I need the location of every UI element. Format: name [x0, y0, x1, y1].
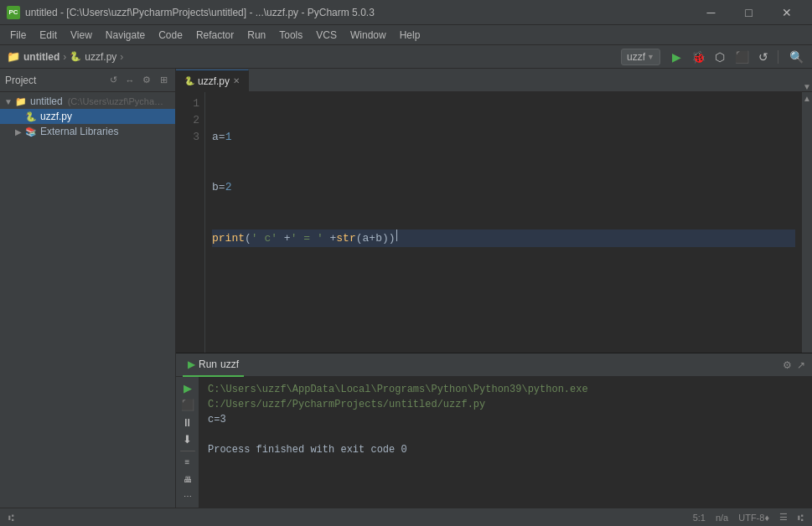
run-scroll-down-button[interactable]: ⬇	[178, 431, 197, 446]
menu-code[interactable]: Code	[152, 28, 189, 43]
close-button[interactable]: ✕	[768, 0, 805, 25]
right-area: 🐍 uzzf.py ✕ ▼ 1 2 3	[176, 69, 812, 508]
code-line-2: b=2	[212, 179, 795, 196]
line-num-3: 3	[179, 129, 199, 146]
editor-run-area: 🐍 uzzf.py ✕ ▼ 1 2 3	[176, 69, 812, 508]
breadcrumb-folder-icon: 📁	[7, 50, 20, 63]
tab-uzzf-py[interactable]: 🐍 uzzf.py ✕	[176, 70, 249, 91]
project-tree: ▼ 📁 untitled (C:\Users\uzzf\Pycha… 🐍 uzz…	[0, 92, 175, 508]
menu-bar: File Edit View Navigate Code Refactor Ru…	[0, 25, 812, 45]
app-window: PC untitled - [C:\Users\uzzf\PycharmProj…	[0, 0, 812, 526]
status-bar: ⑆ 5:1 n/a UTF-8♦ ☰ ⑆	[0, 508, 812, 526]
run-stop-button[interactable]: ⬛	[178, 397, 197, 412]
menu-window[interactable]: Window	[344, 28, 393, 43]
run-pause-button[interactable]: ⏸	[178, 415, 197, 430]
project-panel-label: Project	[5, 75, 103, 86]
breadcrumb-project[interactable]: untitled	[23, 51, 59, 63]
menu-navigate[interactable]: Navigate	[99, 28, 152, 43]
run-toolbar-divider	[180, 451, 195, 451]
expand-icon: ▶	[13, 127, 23, 137]
workspace: Project ↺ ↔ ⚙ ⊞ ▼ 📁 untitled (C:\Users\u…	[0, 69, 812, 508]
run-config-selector[interactable]: uzzf ▼	[621, 49, 660, 65]
line-numbers: 1 2 3	[176, 92, 205, 353]
event-log-icon: ☰	[779, 512, 788, 523]
tree-item-path: (C:\Users\uzzf\Pycha…	[68, 96, 163, 106]
run-print-button[interactable]: 🖶	[178, 472, 197, 487]
menu-run[interactable]: Run	[240, 28, 272, 43]
run-tab[interactable]: ▶ Run uzzf	[183, 353, 244, 377]
maximize-button[interactable]: □	[730, 0, 768, 25]
menu-view[interactable]: View	[64, 28, 99, 43]
run-button[interactable]: ▶	[667, 48, 685, 66]
run-settings-icon[interactable]: ⚙	[783, 359, 792, 371]
editor-tabs: 🐍 uzzf.py ✕ ▼	[176, 69, 812, 92]
panel-options-icon[interactable]: ⊞	[157, 74, 170, 87]
run-output: C:\Users\uzzf\AppData\Local\Programs\Pyt…	[199, 377, 812, 508]
tab-close-button[interactable]: ✕	[233, 76, 240, 85]
run-config-name: uzzf	[627, 51, 645, 63]
app-icon: PC	[7, 6, 20, 19]
menu-file[interactable]: File	[3, 28, 33, 43]
menu-refactor[interactable]: Refactor	[189, 28, 240, 43]
menu-help[interactable]: Help	[393, 28, 427, 43]
git-branch-icon: ⑆	[8, 513, 14, 523]
menu-tools[interactable]: Tools	[272, 28, 309, 43]
gutter-top-arrow: ▲	[801, 92, 812, 105]
run-command-line: C:\Users\uzzf\AppData\Local\Programs\Pyt…	[208, 382, 804, 412]
folder-icon: 📁	[15, 96, 27, 107]
expand-icon: ▼	[3, 97, 13, 106]
run-tab-icon: ▶	[188, 358, 195, 370]
debug-button[interactable]: 🐞	[689, 48, 707, 66]
tab-file-icon: 🐍	[184, 76, 194, 85]
tree-item-label: uzzf.py	[40, 111, 72, 122]
menu-edit[interactable]: Edit	[33, 28, 64, 43]
sync-icon[interactable]: ↺	[106, 74, 120, 87]
tree-item-uzzf-py[interactable]: 🐍 uzzf.py	[0, 109, 175, 124]
rerun-button[interactable]: ↺	[754, 48, 773, 66]
window-controls: ─ □ ✕	[692, 0, 805, 25]
tree-item-label: untitled	[30, 95, 63, 107]
run-tab-name: uzzf	[220, 358, 239, 370]
editor-right-gutter: ▲	[802, 92, 812, 353]
menu-vcs[interactable]: VCS	[309, 28, 344, 43]
breadcrumb-sep2: ›	[120, 51, 123, 63]
run-body: ▶ ⬛ ⏸ ⬇ ≡ 🖶 ⋯ C:\Users\uzzf\AppData\Loca…	[176, 377, 812, 508]
toolbar-icons: ▶ 🐞 ⬡ ⬛ ↺ 🔍	[667, 48, 805, 66]
tree-item-external-libs[interactable]: ▶ 📚 External Libraries	[0, 124, 175, 139]
coverage-button[interactable]: ⬡	[711, 48, 729, 66]
run-rerun-button[interactable]: ▶	[178, 380, 197, 395]
run-expand-icon[interactable]: ↗	[797, 359, 805, 371]
editor-scroll-right-icon[interactable]: ▼	[802, 82, 812, 91]
run-output-blank	[208, 427, 804, 442]
cursor-position[interactable]: 5:1	[693, 513, 706, 523]
breadcrumb-bar: 📁 untitled › 🐍 uzzf.py › uzzf ▼ ▶ 🐞 ⬡ ⬛ …	[0, 45, 812, 69]
code-editor[interactable]: a=1 b=2 print(' c' +' = ' +str(a+b))	[205, 92, 802, 353]
status-right: 5:1 n/a UTF-8♦ ☰ ⑆	[693, 512, 804, 523]
project-panel-header: Project ↺ ↔ ⚙ ⊞	[0, 69, 175, 92]
tab-label: uzzf.py	[198, 75, 230, 87]
run-soft-wrap-button[interactable]: ≡	[178, 455, 197, 470]
search-everywhere-button[interactable]: 🔍	[787, 48, 805, 66]
hg-icon: ⑆	[798, 513, 804, 523]
breadcrumb-sep1: ›	[63, 51, 66, 63]
dropdown-arrow-icon: ▼	[647, 53, 654, 61]
toolbar-divider	[778, 50, 778, 64]
run-left-toolbar: ▶ ⬛ ⏸ ⬇ ≡ 🖶 ⋯	[176, 377, 199, 508]
title-bar: PC untitled - [C:\Users\uzzf\PycharmProj…	[0, 0, 812, 25]
stop-button[interactable]: ⬛	[732, 48, 751, 66]
tree-item-project-root[interactable]: ▼ 📁 untitled (C:\Users\uzzf\Pycha…	[0, 94, 175, 109]
run-panel: ▶ Run uzzf ⚙ ↗ ▶ ⬛ ⏸	[176, 353, 812, 508]
minimize-button[interactable]: ─	[692, 0, 730, 25]
breadcrumb-file[interactable]: uzzf.py	[85, 51, 116, 63]
code-line-1: a=1	[212, 129, 795, 146]
encoding[interactable]: UTF-8♦	[738, 513, 769, 523]
run-more-button[interactable]: ⋯	[178, 489, 197, 504]
settings-icon[interactable]: ⚙	[140, 74, 153, 87]
library-icon: 📚	[25, 126, 37, 137]
run-tab-label: Run	[199, 358, 217, 370]
line-sep: n/a	[716, 513, 728, 523]
run-output-c3: c=3	[208, 412, 804, 427]
window-title: untitled - [C:\Users\uzzf\PycharmProject…	[25, 7, 692, 18]
collapse-icon[interactable]: ↔	[123, 74, 137, 87]
line-num-2: 2	[179, 112, 199, 129]
